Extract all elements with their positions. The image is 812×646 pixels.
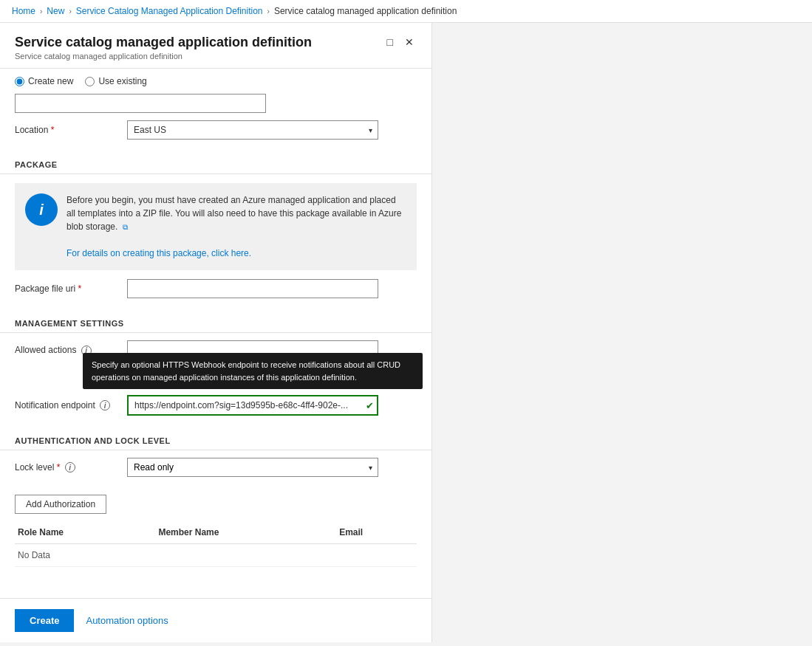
panel-header: Service catalog managed application defi… <box>0 23 431 69</box>
use-existing-label: Use existing <box>98 76 146 86</box>
use-existing-option[interactable]: Use existing <box>85 76 146 86</box>
package-details-link[interactable]: For details on creating this package, cl… <box>66 248 251 258</box>
breadcrumb-sep-3: › <box>267 7 270 16</box>
panel-footer: Create Automation options <box>0 598 431 642</box>
col-member-name: Member Name <box>155 521 336 544</box>
lock-level-label: Lock level * i <box>15 462 118 473</box>
auth-section: Add Authorization Role Name Member Name … <box>0 487 431 574</box>
auth-table: Role Name Member Name Email No Data <box>15 521 417 567</box>
info-text: Before you begin, you must have created … <box>66 193 406 260</box>
resource-group-toggle: Create new Use existing <box>0 69 431 94</box>
breadcrumb: Home › New › Service Catalog Managed App… <box>0 0 812 23</box>
location-select[interactable]: East US West US West Europe East Asia <box>127 120 378 140</box>
auth-section-header: AUTHENTICATION AND LOCK LEVEL <box>0 426 431 450</box>
form-panel: Service catalog managed application defi… <box>0 23 432 642</box>
info-main-text: Before you begin, you must have created … <box>66 195 401 232</box>
no-data-cell: No Data <box>15 544 417 567</box>
right-panel <box>432 23 812 642</box>
notification-info-icon[interactable]: i <box>100 400 110 410</box>
panel-content: Create new Use existing Location * <box>0 69 431 598</box>
col-email: Email <box>336 521 417 544</box>
lock-level-select[interactable]: None CanNotDelete Read only <box>127 458 378 477</box>
allowed-actions-info-icon: i <box>81 346 92 356</box>
location-required: * <box>51 125 55 135</box>
create-new-radio[interactable] <box>15 77 24 86</box>
breadcrumb-catalog[interactable]: Service Catalog Managed Application Defi… <box>76 6 263 16</box>
close-button[interactable]: ✕ <box>402 35 417 49</box>
use-existing-radio[interactable] <box>85 77 95 86</box>
create-button[interactable]: Create <box>15 609 74 632</box>
package-uri-input[interactable] <box>127 279 378 298</box>
breadcrumb-home[interactable]: Home <box>12 6 35 16</box>
location-label: Location * <box>15 125 118 135</box>
location-select-wrapper: East US West US West Europe East Asia ▾ <box>127 120 378 140</box>
package-uri-label: Package file uri * <box>15 284 118 294</box>
breadcrumb-sep-2: › <box>69 7 71 16</box>
breadcrumb-sep-1: › <box>40 7 42 16</box>
automation-options-button[interactable]: Automation options <box>86 615 168 626</box>
panel-subtitle: Service catalog managed application defi… <box>15 52 312 61</box>
col-role-name: Role Name <box>15 521 155 544</box>
info-icon: i <box>25 193 58 226</box>
endpoint-wrapper: ✔ <box>127 395 378 416</box>
breadcrumb-new[interactable]: New <box>47 6 64 16</box>
package-uri-required: * <box>78 284 81 294</box>
lock-level-info-icon: i <box>65 462 75 473</box>
valid-check-icon: ✔ <box>366 400 374 411</box>
breadcrumb-current: Service catalog managed application defi… <box>274 6 457 16</box>
allowed-actions-label: Allowed actions i <box>15 340 118 356</box>
info-box: i Before you begin, you must have create… <box>15 183 417 270</box>
table-row: No Data <box>15 544 417 567</box>
management-section-header: MANAGEMENT SETTINGS <box>0 309 431 333</box>
resource-group-input[interactable] <box>15 94 266 113</box>
notification-endpoint-label: Notification endpoint i <box>15 400 118 411</box>
minimize-button[interactable]: □ <box>384 35 396 49</box>
notification-endpoint-input[interactable] <box>127 395 378 416</box>
external-link-icon: ⧉ <box>123 223 128 231</box>
allowed-actions-textarea[interactable] <box>127 340 378 385</box>
create-new-option[interactable]: Create new <box>15 76 73 86</box>
panel-title: Service catalog managed application defi… <box>15 35 312 50</box>
create-new-label: Create new <box>28 76 73 86</box>
package-section-header: PACKAGE <box>0 150 431 174</box>
lock-level-required: * <box>57 462 61 473</box>
lock-level-select-wrapper: None CanNotDelete Read only ▾ <box>127 458 378 477</box>
add-authorization-button[interactable]: Add Authorization <box>15 495 106 514</box>
